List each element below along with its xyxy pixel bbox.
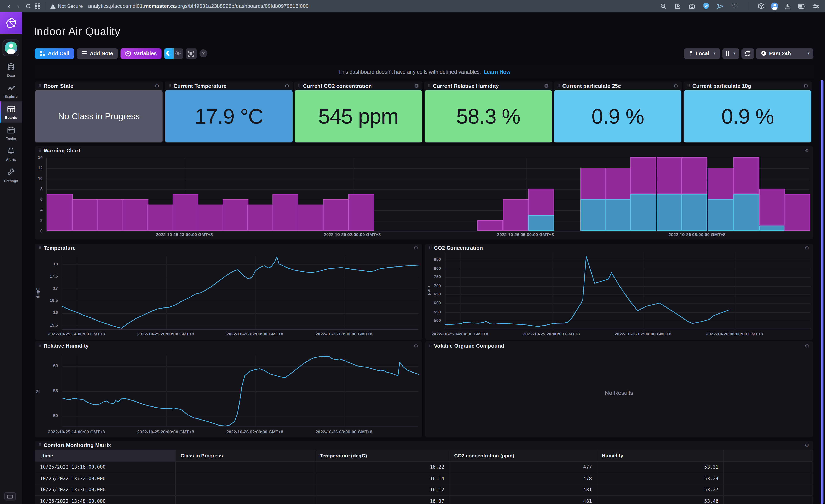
drag-handle-icon[interactable]: ⠿ [298, 84, 300, 88]
sidebar-item-settings[interactable]: Settings [0, 165, 22, 186]
settings-sliders-icon[interactable] [811, 1, 821, 11]
drag-handle-icon[interactable]: ⠿ [38, 148, 41, 153]
sidebar-item-alerts[interactable]: Alerts [0, 144, 22, 165]
back-icon[interactable]: ‹ [4, 1, 14, 11]
heart-icon[interactable]: ♡ [730, 1, 739, 11]
warning-bar-purple [580, 168, 606, 199]
x-tick-label: 2022-10-26 08:00:00 GMT+8 [650, 232, 744, 238]
timezone-dropdown[interactable]: Local▾ [684, 48, 721, 59]
light-mode-toggle[interactable] [174, 48, 183, 59]
gear-icon[interactable]: ⚙ [805, 148, 809, 154]
pause-button[interactable]: ▾ [723, 48, 739, 59]
security-indicator[interactable]: Not Secure [50, 3, 83, 9]
forward-icon[interactable]: › [14, 1, 23, 11]
help-button[interactable]: ? [199, 50, 207, 57]
warning-bar-purple [630, 157, 656, 194]
learn-how-link[interactable]: Learn How [483, 69, 511, 74]
variables-button[interactable]: Variables [121, 48, 162, 59]
drag-handle-icon[interactable]: ⠿ [557, 84, 559, 88]
stat-value: 0.9 % [592, 104, 644, 128]
table-header-cell[interactable]: Temperature (degC) [315, 449, 449, 461]
drag-handle-icon[interactable]: ⠿ [429, 246, 431, 250]
sidebar-item-boards[interactable]: Boards [0, 101, 22, 122]
screenshot-icon[interactable] [687, 1, 697, 11]
drag-handle-icon[interactable]: ⠿ [687, 84, 690, 88]
zoom-out-icon[interactable] [659, 1, 668, 11]
co2-line-series [445, 252, 811, 329]
stat-0-header: ⠿Room State⚙ [35, 82, 163, 90]
tab-overview-icon[interactable] [32, 1, 42, 11]
sidebar-item-tasks[interactable]: Tasks [0, 122, 22, 144]
gear-icon[interactable]: ⚙ [414, 343, 418, 349]
address-bar[interactable]: analytics.placeosmdl01.mcmaster.ca/orgs/… [88, 3, 308, 9]
browser-avatar[interactable] [771, 2, 778, 10]
table-header-cell[interactable]: CO2 concentration (ppm) [449, 449, 597, 461]
x-tick-label: 2022-10-25 20:00:00 GMT+8 [118, 331, 213, 338]
drag-handle-icon[interactable]: ⠿ [428, 84, 430, 88]
warning-bar-blue [681, 194, 707, 231]
shield-check-icon[interactable] [701, 1, 711, 11]
table-header-cell[interactable] [724, 449, 812, 461]
sidebar-item-data[interactable]: Data [0, 60, 22, 81]
gear-icon[interactable]: ⚙ [805, 442, 809, 448]
gear-icon[interactable]: ⚙ [804, 83, 808, 89]
table-header-cell[interactable]: _time [35, 449, 176, 461]
drag-handle-icon[interactable]: ⠿ [38, 443, 41, 447]
warning-bar-purple [759, 189, 785, 226]
panel-stat-1: ⠿Current Temperature⚙17.9 °C [165, 82, 293, 143]
x-tick-label: 2022-10-25 20:00:00 GMT+8 [118, 429, 213, 435]
gear-icon[interactable]: ⚙ [674, 83, 678, 89]
expand-icon [188, 50, 194, 57]
drag-handle-icon[interactable]: ⠿ [38, 343, 41, 348]
gear-icon[interactable]: ⚙ [155, 83, 159, 89]
warning-bar-purple [657, 157, 682, 194]
gear-icon[interactable]: ⚙ [414, 245, 418, 251]
sidebar-item-label: Settings [4, 178, 18, 182]
gear-icon[interactable]: ⚙ [544, 83, 549, 89]
stat-value-block: 58.3 % [425, 90, 552, 143]
sidebar-item-explore[interactable]: Explore [0, 81, 22, 102]
reload-icon[interactable] [23, 1, 33, 11]
stat-4-title: Current particulate 25c [562, 83, 621, 89]
table-cell: 53.46 [597, 496, 724, 504]
add-cell-button[interactable]: Add Cell [35, 48, 74, 59]
drag-handle-icon[interactable]: ⠿ [168, 84, 171, 88]
temperature-header: ⠿Temperature⚙ [35, 244, 422, 252]
stat-value-block: 0.9 % [554, 90, 681, 143]
drag-handle-icon[interactable]: ⠿ [38, 246, 41, 250]
explore-icon [7, 84, 15, 93]
user-avatar[interactable] [3, 39, 19, 56]
drag-handle-icon[interactable]: ⠿ [38, 84, 41, 88]
gear-icon[interactable]: ⚙ [805, 343, 809, 349]
stat-value-block: 0.9 % [684, 90, 811, 143]
panel-toggle-icon[interactable] [4, 492, 16, 501]
dark-mode-toggle[interactable] [164, 48, 174, 59]
warning-bar-purple [198, 204, 224, 231]
refresh-button[interactable] [741, 48, 754, 59]
battery-icon[interactable] [797, 1, 807, 11]
pause-icon [726, 51, 729, 56]
warning-title: Warning Chart [44, 148, 80, 154]
stat-value-block: 17.9 °C [165, 90, 293, 143]
stat-value-block: 545 ppm [295, 90, 422, 143]
send-icon[interactable] [716, 1, 725, 11]
presentation-mode-button[interactable] [185, 48, 197, 59]
extensions-cube-icon[interactable] [757, 1, 766, 11]
drag-handle-icon[interactable]: ⠿ [429, 343, 431, 348]
gear-icon[interactable]: ⚙ [805, 245, 809, 251]
table-header-cell[interactable]: Humidity [597, 449, 724, 461]
y-axis-label: % [36, 381, 41, 402]
pin-page-icon[interactable] [673, 1, 682, 11]
gear-icon[interactable]: ⚙ [285, 83, 289, 89]
table-header-cell[interactable]: Class in Progress [176, 449, 315, 461]
table-cell [724, 496, 812, 504]
add-note-button[interactable]: Add Note [77, 48, 118, 59]
stat-value: 0.9 % [722, 104, 774, 128]
sidebar-item-label: Data [7, 73, 15, 77]
influxdb-logo-icon[interactable] [0, 12, 22, 34]
sidebar-item-label: Boards [5, 115, 17, 119]
gear-icon[interactable]: ⚙ [414, 83, 419, 89]
time-range-dropdown[interactable]: Past 24h▾ [756, 48, 813, 59]
page-scrollbar[interactable] [821, 80, 824, 504]
downloads-icon[interactable] [783, 1, 793, 11]
